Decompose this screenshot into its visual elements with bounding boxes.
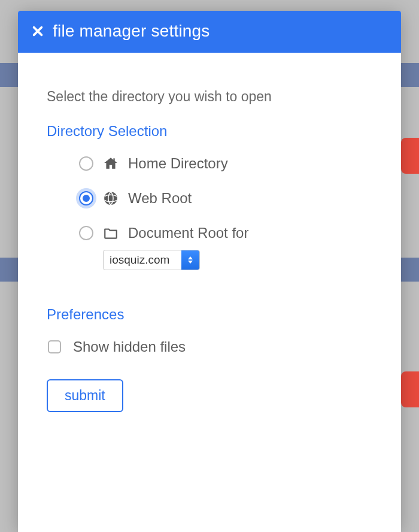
radio-label: Web Root [128, 190, 192, 207]
select-caret-icon [181, 250, 199, 270]
svg-marker-5 [188, 261, 193, 264]
close-icon[interactable] [31, 25, 44, 38]
svg-rect-2 [113, 158, 114, 161]
radio-input[interactable] [79, 156, 93, 171]
directory-section-title: Directory Selection [47, 123, 372, 140]
modal-title: file manager settings [53, 22, 210, 41]
home-icon [103, 156, 119, 171]
radio-option-web-root[interactable]: Web Root [79, 190, 372, 207]
globe-icon [103, 191, 119, 206]
svg-marker-4 [188, 256, 193, 259]
pref-show-hidden[interactable]: Show hidden files [47, 338, 372, 355]
preferences-section-title: Preferences [47, 306, 372, 323]
modal-body: Select the directory you wish to open Di… [18, 53, 401, 430]
radio-input[interactable] [79, 226, 93, 240]
checkbox-input[interactable] [48, 340, 61, 353]
folder-icon [103, 225, 119, 241]
domain-select-value: iosquiz.com [104, 250, 181, 270]
svg-point-3 [104, 192, 117, 205]
radio-label: Home Directory [128, 155, 228, 172]
domain-select[interactable]: iosquiz.com [103, 250, 200, 270]
preferences-section: Preferences Show hidden files submit [47, 306, 372, 412]
background-tile [401, 371, 419, 407]
background-tile [401, 138, 419, 174]
instruction-text: Select the directory you wish to open [47, 89, 372, 105]
radio-input[interactable] [79, 191, 93, 205]
radio-option-document-root[interactable]: Document Root for [79, 225, 372, 241]
directory-radio-group: Home Directory Web Root [47, 155, 372, 270]
modal-header: file manager settings [18, 11, 401, 53]
radio-label: Document Root for [128, 225, 248, 241]
settings-modal: file manager settings Select the directo… [18, 11, 401, 532]
radio-option-home-directory[interactable]: Home Directory [79, 155, 372, 172]
submit-button[interactable]: submit [47, 379, 123, 412]
checkbox-label: Show hidden files [73, 338, 186, 355]
